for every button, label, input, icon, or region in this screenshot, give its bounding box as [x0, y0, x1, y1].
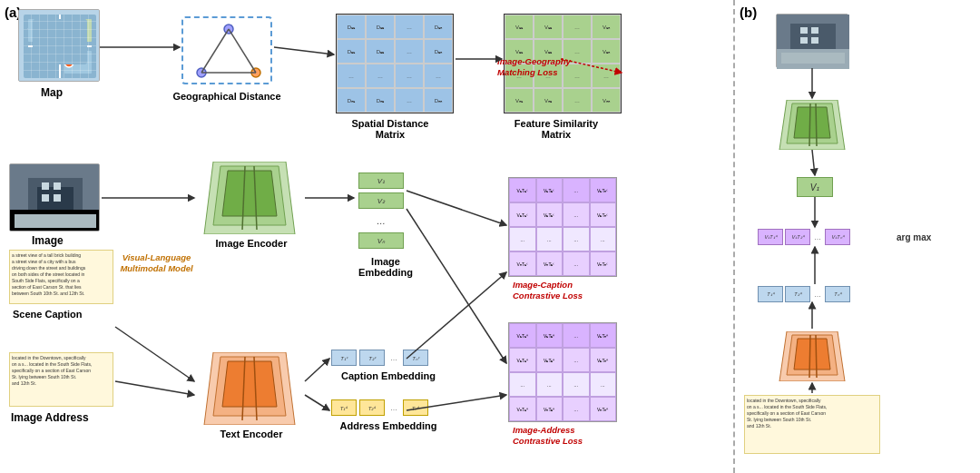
map-label: Map — [41, 86, 63, 99]
b-street-image — [776, 14, 848, 68]
panel-b: (b) — [735, 0, 980, 473]
image-label: Image — [32, 234, 64, 247]
address-text-box: located in the Downtown, specifically on… — [9, 352, 113, 407]
b-green-encoder — [776, 100, 848, 150]
panel-b-label: (b) — [740, 5, 757, 20]
svg-rect-60 — [811, 37, 818, 44]
geo-distance-label: Geographical Distance — [168, 91, 286, 102]
svg-line-45 — [115, 381, 194, 395]
caption-embedding-row: T₁ᶜ T₂ᶜ … Tₙᶜ — [331, 350, 428, 366]
scene-caption-box: a street view of a tall brick building a… — [9, 250, 113, 304]
b-v1-box: V₁ — [797, 177, 833, 197]
map-image — [18, 9, 100, 82]
svg-rect-58 — [811, 27, 818, 34]
ia-loss-label: Image-AddressContrastive Loss — [513, 425, 583, 448]
ic-loss-matrix: V₁T₁ᶜ V₁T₂ᶜ … V₁Tₙᶜ V₂T₁ᶜ V₂T₂ᶜ … V₂Tₙᶜ … — [508, 177, 617, 277]
svg-rect-59 — [800, 37, 808, 44]
svg-rect-28 — [54, 194, 61, 202]
image-encoder-label: Image Encoder — [201, 238, 301, 249]
b-product-row: V₁T₁ᴬ V₁T₂ᴬ … V₁Tₙᴬ — [758, 229, 850, 245]
ic-loss-label: Image-CaptionContrastive Loss — [513, 280, 583, 302]
svg-rect-5 — [28, 19, 55, 42]
svg-line-69 — [809, 335, 810, 378]
svg-rect-24 — [15, 214, 96, 228]
caption-embed-label: Caption Embedding — [334, 370, 443, 381]
svg-line-72 — [812, 150, 815, 175]
scene-caption-label: Scene Caption — [13, 309, 82, 320]
address-embedding-row: T₁ᴬ T₂ᴬ … Tₙᴬ — [331, 399, 428, 416]
b-t-row: T₁ᴬ T₂ᴬ … Tₙᴬ — [758, 286, 850, 302]
svg-line-4 — [28, 28, 83, 64]
svg-line-70 — [816, 335, 817, 378]
svg-rect-27 — [42, 194, 49, 202]
svg-line-11 — [46, 26, 74, 30]
vl-model-label: Visual-LanguageMultimodal Model — [104, 252, 209, 275]
svg-marker-63 — [794, 107, 830, 138]
svg-point-9 — [69, 22, 78, 31]
image-embed-label: Image Embedding — [349, 256, 422, 278]
svg-rect-0 — [19, 10, 100, 82]
image-address-label: Image Address — [11, 411, 89, 424]
street-image — [9, 163, 100, 232]
svg-line-13 — [46, 30, 69, 63]
b-address-box: located in the Downtown, specifically on… — [744, 395, 880, 454]
spatial-matrix: D₁₁ D₁₂ … D₁ₙ D₂₁ D₂₂ … D₂ₙ … … … … Dₙ₁ … — [336, 14, 454, 113]
image-embedding-col: V₁ V₂ … Vₙ — [358, 172, 404, 249]
image-encoder — [195, 162, 304, 234]
svg-line-47 — [305, 395, 329, 410]
argmax-label: arg max — [897, 232, 931, 242]
svg-line-65 — [816, 103, 817, 146]
svg-marker-68 — [794, 339, 830, 370]
svg-line-17 — [201, 29, 229, 73]
ig-matching-loss: Image-Geography Matching Loss — [497, 56, 606, 79]
svg-line-64 — [809, 103, 810, 146]
svg-line-46 — [305, 359, 329, 381]
address-embed-label: Address Embedding — [334, 420, 443, 431]
svg-line-12 — [69, 26, 74, 63]
svg-line-50 — [407, 209, 506, 363]
feat-matrix-label: Feature SimilarityMatrix — [493, 118, 620, 140]
geo-distance-box — [181, 16, 272, 84]
svg-line-40 — [274, 47, 334, 54]
svg-line-48 — [407, 191, 506, 225]
text-encoder — [195, 352, 304, 425]
svg-rect-57 — [800, 27, 808, 34]
spatial-matrix-label: Spatial DistanceMatrix — [327, 118, 454, 140]
main-container: (a) — [0, 0, 980, 473]
svg-point-10 — [64, 58, 74, 67]
svg-rect-7 — [64, 19, 92, 42]
svg-point-8 — [42, 25, 51, 34]
svg-rect-1 — [24, 15, 96, 78]
svg-line-18 — [229, 29, 256, 73]
text-encoder-label: Text Encoder — [201, 429, 301, 439]
svg-marker-36 — [222, 361, 277, 407]
svg-rect-25 — [42, 182, 49, 190]
b-orange-encoder — [776, 331, 848, 381]
panel-a: (a) — [0, 0, 735, 473]
svg-rect-6 — [64, 51, 92, 74]
svg-rect-56 — [781, 53, 845, 64]
svg-marker-31 — [222, 171, 277, 216]
svg-line-44 — [115, 327, 194, 381]
svg-rect-26 — [54, 182, 61, 190]
ia-loss-matrix: V₁T₁ᴬ V₁T₂ᴬ … V₁Tₙᴬ V₂T₁ᴬ V₂T₂ᴬ … V₂Tₙᴬ … — [508, 322, 617, 422]
svg-line-49 — [407, 272, 506, 359]
